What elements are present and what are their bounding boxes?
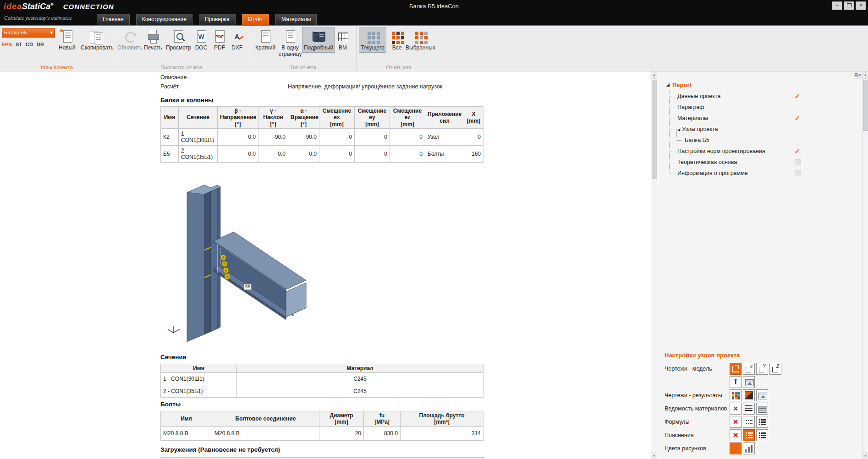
- group-label-report-preview: Просмотр отчёта: [113, 65, 250, 70]
- picture-icon[interactable]: [756, 389, 768, 401]
- table-header-row: ИмяСечениеβ - Направление [°]γ - Наклон …: [161, 107, 483, 129]
- tab-main[interactable]: Главная: [97, 14, 130, 25]
- connection-3d-drawing: [166, 171, 310, 344]
- expander-icon[interactable]: ◢: [666, 82, 670, 87]
- lines-icon[interactable]: [743, 403, 755, 415]
- table-cell: 0: [355, 146, 390, 163]
- code-cd[interactable]: CD: [26, 42, 33, 47]
- project-item-dropdown-value: Балка Б5: [4, 28, 27, 37]
- scroll-down-icon[interactable]: ▼: [863, 452, 868, 459]
- unchecked-box[interactable]: [795, 159, 801, 165]
- checked-icon[interactable]: ✓: [795, 148, 800, 155]
- bar-chart-gray-icon[interactable]: [743, 443, 755, 454]
- all-grid-icon: [389, 29, 405, 44]
- printer-icon: [145, 29, 161, 44]
- view-z-glyph: Z: [776, 364, 779, 369]
- group-label-report-type: Тип отчёта: [250, 65, 356, 70]
- list-icon[interactable]: [756, 429, 768, 441]
- magnifier-icon: [170, 29, 186, 44]
- connection-3d-view[interactable]: Б5: [166, 171, 310, 344]
- checked-icon[interactable]: ✓: [795, 93, 800, 100]
- tree-item[interactable]: ◢Узлы проекта: [665, 124, 857, 135]
- bolts-table-wrap: ИмяБолтовое соединениеДиаметр [mm]fu [MP…: [160, 411, 483, 441]
- tree-root-label: Report: [672, 82, 692, 88]
- tree-item[interactable]: Параграф: [665, 102, 857, 113]
- minimize-icon[interactable]: –: [832, 1, 842, 10]
- column-header: Площадь брутто [mm²]: [401, 411, 483, 427]
- cross-icon[interactable]: ×: [730, 416, 742, 428]
- tree-root-report[interactable]: ◢ Report: [665, 79, 857, 91]
- word-doc-icon: W: [193, 29, 209, 44]
- tree-item[interactable]: Балка Б5: [665, 135, 857, 146]
- print-button[interactable]: Печать: [142, 27, 164, 53]
- orange-split-icon[interactable]: [743, 389, 755, 401]
- unchecked-box[interactable]: [795, 170, 801, 176]
- table-image-icon[interactable]: [756, 403, 768, 415]
- tab-report[interactable]: Отчёт: [242, 14, 269, 25]
- open-book-icon: [311, 29, 326, 44]
- dxf-icon: A: [229, 29, 245, 44]
- tree-item[interactable]: Материалы✓: [665, 113, 857, 124]
- export-pdf-button[interactable]: PDF PDF: [210, 27, 229, 53]
- scroll-up-icon[interactable]: ▲: [863, 71, 868, 79]
- logo-idea: idea: [4, 2, 22, 11]
- list-orange-icon[interactable]: [743, 429, 755, 441]
- cross-icon[interactable]: ×: [730, 403, 742, 415]
- picture-icon[interactable]: [743, 376, 755, 388]
- project-item-dropdown[interactable]: Балка Б5 ▾: [2, 28, 55, 38]
- table-row: 2 - CON1(35Б1)C245: [161, 385, 483, 398]
- report-bm-button[interactable]: BM: [333, 27, 352, 53]
- tree-item[interactable]: Настройки норм проектирования✓: [665, 146, 857, 157]
- tree-item[interactable]: Данные проекта✓: [665, 91, 857, 102]
- expander-icon[interactable]: ◢: [677, 127, 680, 131]
- report-for-current-button[interactable]: Текущего: [359, 27, 386, 53]
- color-grid-icon[interactable]: [730, 389, 742, 401]
- code-st[interactable]: ST: [16, 42, 22, 47]
- column-header: Материал: [237, 364, 483, 373]
- table-cell: C245: [237, 385, 483, 398]
- view-y-glyph: Y: [763, 364, 766, 369]
- beams-columns-table-wrap: ИмяСечениеβ - Направление [°]γ - Наклон …: [160, 106, 483, 163]
- report-for-selected-button[interactable]: Выбранных: [404, 27, 437, 53]
- copy-item-button[interactable]: Скопировать: [79, 27, 113, 53]
- code-eps[interactable]: EPS: [2, 42, 12, 47]
- tagline: Calculate yesterday's estimates: [4, 15, 71, 21]
- analysis-codes: EPS ST CD DR: [2, 42, 55, 47]
- tree-item[interactable]: Информация о программе: [665, 168, 857, 179]
- clipped-panel-link[interactable]: Re: [854, 72, 863, 79]
- scroll-thumb[interactable]: [863, 80, 868, 131]
- view-x-icon[interactable]: x: [743, 363, 755, 375]
- tab-check[interactable]: Проверка: [199, 14, 236, 25]
- cross-icon[interactable]: ×: [730, 429, 742, 441]
- sections-table: ИмяМатериал 1 - CON1(30Ш1)C2452 - CON1(3…: [160, 364, 483, 398]
- tab-design[interactable]: Конструирование: [136, 14, 192, 25]
- close-icon[interactable]: ×: [856, 1, 866, 10]
- export-doc-button[interactable]: W DOC: [192, 27, 211, 53]
- export-doc-label: DOC: [195, 45, 208, 51]
- code-dr[interactable]: DR: [37, 42, 44, 47]
- report-detailed-button[interactable]: Подробный: [302, 27, 335, 53]
- refresh-button[interactable]: Обновить: [115, 27, 144, 53]
- view-y-icon[interactable]: Y: [756, 363, 768, 375]
- selected-grid-icon: [412, 29, 428, 44]
- tab-materials[interactable]: Материалы: [275, 14, 317, 25]
- font-style-icon[interactable]: I: [730, 376, 742, 388]
- panel-scrollbar[interactable]: ▲ ▼: [862, 71, 868, 459]
- report-brief-button[interactable]: Краткий: [253, 27, 277, 53]
- maximize-icon[interactable]: [844, 1, 854, 10]
- dashed-list-icon[interactable]: [743, 416, 755, 428]
- preview-button[interactable]: Просмотр: [164, 27, 193, 53]
- table-row: 1 - CON1(30Ш1)C245: [161, 373, 483, 385]
- axonometry-icon[interactable]: [730, 363, 742, 375]
- tree-item[interactable]: Теоретическая основа: [665, 157, 857, 168]
- report-one-page-button[interactable]: В одну страницу: [276, 27, 304, 59]
- report-detailed-label: Подробный: [304, 45, 333, 51]
- view-z-icon[interactable]: Z: [769, 363, 781, 375]
- checked-icon[interactable]: ✓: [795, 115, 800, 122]
- new-item-button[interactable]: * Новый: [57, 27, 77, 53]
- report-scrollbar[interactable]: ▲ ▼: [651, 71, 657, 459]
- list-icon[interactable]: [756, 416, 768, 428]
- export-dxf-button[interactable]: A DXF: [227, 27, 247, 53]
- tree-item-label: Балка Б5: [685, 137, 709, 143]
- bar-chart-icon[interactable]: [730, 443, 742, 454]
